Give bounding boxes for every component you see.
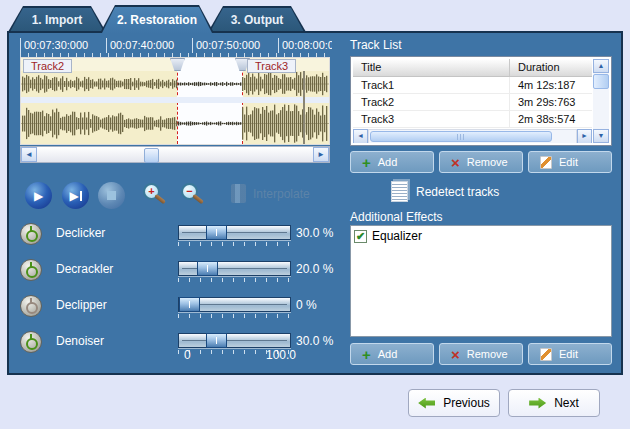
previous-button[interactable]: Previous — [408, 389, 500, 417]
tab-import-label: 1. Import — [10, 8, 104, 32]
main-panel: 00:07:30:000 00:07:40:000 00:07:50:000 0… — [7, 31, 623, 375]
play-icon: ▶ — [34, 189, 43, 203]
remove-icon: × — [451, 347, 460, 362]
timeline-label: 00:08:00:00 — [278, 38, 332, 53]
scrollbar-thumb[interactable] — [593, 74, 609, 89]
add-track-button[interactable]: + Add — [350, 151, 434, 173]
column-duration[interactable]: Duration — [509, 59, 592, 76]
play-button[interactable]: ▶ — [25, 182, 52, 209]
arrow-left-icon — [418, 398, 435, 409]
tab-restoration-label: 2. Restoration — [102, 7, 212, 33]
interpolate-label: Interpolate — [253, 187, 310, 201]
track-split-marker — [303, 71, 305, 144]
timeline-ruler: 00:07:30:000 00:07:40:000 00:07:50:000 0… — [20, 38, 332, 53]
declicker-value: 30.0 % — [296, 226, 333, 240]
remove-effect-button[interactable]: × Remove — [439, 343, 523, 365]
waveform-scrollbar[interactable]: ◄ ► — [20, 146, 330, 163]
track2-label: Track2 — [23, 59, 72, 73]
additional-effects-list[interactable]: ✔ Equalizer — [350, 225, 612, 337]
declicker-power-button[interactable] — [20, 223, 42, 245]
decrackler-value: 20.0 % — [296, 262, 333, 276]
app-window: 1. Import 2. Restoration 3. Output 00:07… — [0, 0, 630, 429]
document-icon — [391, 181, 408, 202]
scroll-left-icon[interactable]: ◄ — [353, 129, 368, 143]
tab-restoration[interactable]: 2. Restoration — [100, 5, 214, 33]
scroll-left-icon[interactable]: ◄ — [21, 147, 37, 162]
arrow-right-icon — [529, 398, 546, 409]
declipper-slider-thumb[interactable] — [179, 297, 200, 312]
track-list-hscrollbar[interactable]: ◄ ► — [353, 129, 592, 143]
edit-icon — [540, 348, 552, 361]
declipper-value: 0 % — [296, 298, 317, 312]
additional-effects-title: Additional Effects — [350, 210, 443, 224]
effects-buttons: + Add × Remove Edit — [350, 343, 612, 365]
waveform-display[interactable]: Track2 Track3 — [20, 57, 330, 145]
waveform-channel-2 — [21, 103, 329, 144]
interpolate-icon — [231, 184, 246, 203]
effect-row-declipper: Declipper 0 % — [9, 293, 344, 323]
timeline-label: 00:07:40:000 — [106, 38, 192, 53]
table-row[interactable]: Track2 3m 29s:763 — [353, 94, 592, 111]
zoom-in-button[interactable]: + — [143, 183, 169, 208]
denoiser-label: Denoiser — [56, 334, 104, 348]
scroll-right-icon[interactable]: ► — [313, 147, 329, 162]
declipper-power-button[interactable] — [20, 295, 42, 317]
decrackler-label: Decrackler — [56, 262, 113, 276]
equalizer-checkbox[interactable]: ✔ — [354, 230, 367, 243]
denoiser-slider-thumb[interactable] — [206, 333, 227, 348]
edit-effect-button[interactable]: Edit — [528, 343, 612, 365]
decrackler-slider-thumb[interactable] — [197, 261, 218, 276]
decrackler-power-button[interactable] — [20, 259, 42, 281]
tab-import[interactable]: 1. Import — [8, 6, 106, 32]
table-row[interactable]: Track3 2m 38s:574 — [353, 111, 592, 128]
track-list-header[interactable]: Title Duration — [353, 59, 592, 77]
track-list-title: Track List — [350, 38, 402, 52]
track-list-vscrollbar[interactable]: ▲ ▼ — [593, 59, 609, 143]
declicker-slider-thumb[interactable] — [206, 225, 227, 240]
track3-label: Track3 — [247, 59, 296, 73]
list-item[interactable]: ✔ Equalizer — [354, 229, 608, 243]
table-row[interactable]: Track1 4m 12s:187 — [353, 77, 592, 94]
waveform-channel-1 — [21, 71, 329, 97]
scrollbar-thumb[interactable] — [370, 131, 552, 142]
track-list-buttons: + Add × Remove Edit — [350, 151, 612, 173]
axis-min: 0 — [184, 348, 191, 362]
declicker-label: Declicker — [56, 226, 105, 240]
edit-track-button[interactable]: Edit — [528, 151, 612, 173]
add-effect-button[interactable]: + Add — [350, 343, 434, 365]
zoom-out-button[interactable]: − — [181, 183, 207, 208]
play-next-button[interactable]: ▶ — [62, 182, 89, 209]
effect-row-declicker: Declicker 30.0 % — [9, 221, 344, 251]
scroll-down-icon[interactable]: ▼ — [593, 129, 609, 143]
column-title[interactable]: Title — [353, 59, 509, 76]
effect-row-decrackler: Decrackler 20.0 % — [9, 257, 344, 287]
scrollbar-thumb[interactable] — [144, 148, 159, 163]
edit-icon — [540, 156, 552, 169]
timeline-label: 00:07:50:000 — [192, 38, 278, 53]
timeline-label: 00:07:30:000 — [20, 38, 106, 53]
add-icon: + — [362, 347, 371, 362]
declicker-slider[interactable] — [178, 225, 291, 240]
remove-icon: × — [451, 155, 460, 170]
scroll-up-icon[interactable]: ▲ — [593, 59, 609, 73]
tab-output[interactable]: 3. Output — [208, 6, 306, 32]
tab-output-label: 3. Output — [210, 8, 304, 32]
next-button[interactable]: Next — [508, 389, 600, 417]
add-icon: + — [362, 155, 371, 170]
remove-track-button[interactable]: × Remove — [439, 151, 523, 173]
denoiser-value: 30.0 % — [296, 334, 333, 348]
scrollbar-track[interactable] — [37, 147, 313, 162]
declipper-label: Declipper — [56, 298, 107, 312]
equalizer-label: Equalizer — [372, 229, 422, 243]
play-next-icon: ▶ — [69, 189, 78, 203]
axis-max: 100.0 — [266, 348, 296, 362]
denoiser-slider[interactable] — [178, 333, 291, 348]
decrackler-slider[interactable] — [178, 261, 291, 276]
interpolate-button[interactable]: Interpolate — [231, 184, 310, 203]
scroll-right-icon[interactable]: ► — [577, 129, 592, 143]
declipper-slider[interactable] — [178, 297, 291, 312]
stop-icon — [107, 191, 116, 200]
redetect-tracks-button[interactable]: Redetect tracks — [391, 181, 499, 202]
stop-button[interactable] — [98, 182, 125, 209]
denoiser-power-button[interactable] — [20, 331, 42, 353]
